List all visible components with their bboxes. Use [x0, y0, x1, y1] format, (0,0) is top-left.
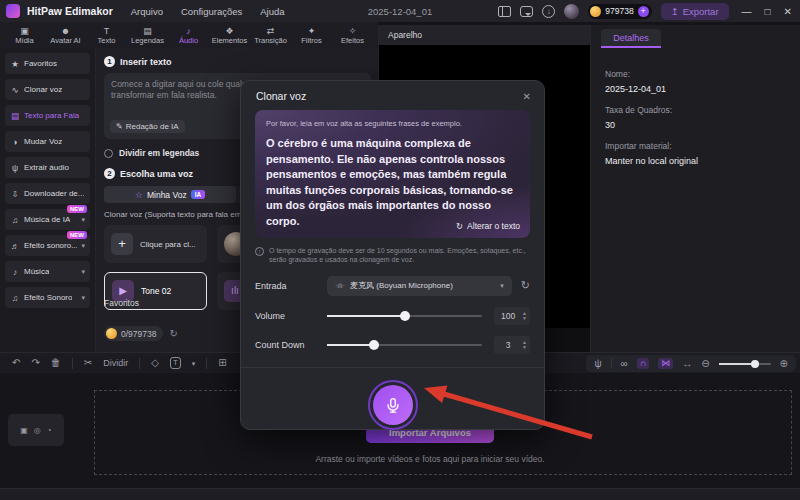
sidebar-item-efeito-sonoro-ia[interactable]: ♬Efeito sonoro...▾NEW [5, 235, 90, 256]
crop-tool-icon[interactable]: ⊞ [218, 358, 226, 368]
main-track-icon[interactable]: ▣ [20, 426, 28, 435]
countdown-stepper[interactable]: 3 ▲▼ [494, 336, 530, 354]
new-badge: NEW [67, 205, 87, 213]
chevron-down-icon: ▾ [81, 216, 85, 224]
zoom-in-icon[interactable]: ⊕ [780, 359, 788, 369]
chevron-down-icon: ▾ [81, 268, 85, 276]
sidebar-item-favoritos[interactable]: ★Favoritos [5, 53, 90, 74]
new-badge: NEW [67, 231, 87, 239]
timeline-zoom-slider[interactable] [719, 363, 771, 365]
zoom-slider-thumb[interactable] [751, 360, 759, 368]
tab-efeitos[interactable]: ✧Efeitos [332, 22, 373, 48]
hide-track-icon[interactable]: ◎ [34, 426, 41, 435]
coin-balance-pill[interactable]: 979738 + [588, 4, 651, 19]
volume-stepper[interactable]: 100 ▲▼ [494, 307, 530, 325]
tab-midia[interactable]: ▣Mídia [4, 22, 45, 48]
countdown-slider-thumb[interactable] [369, 340, 379, 350]
voice-changer-icon: ◑ [10, 137, 20, 147]
input-device-select[interactable]: ·ılı· 麦克风 (Boyuan Microphone) ▾ [327, 276, 512, 296]
tab-legendas[interactable]: ▤Legendas [127, 22, 168, 48]
modal-close-icon[interactable]: ✕ [523, 91, 531, 102]
sidebar-item-musica[interactable]: ♪Música▾ [5, 261, 90, 282]
redo-icon[interactable]: ↷ [31, 358, 39, 368]
fit-timeline-icon[interactable]: ↔ [682, 359, 692, 369]
stepper-arrows-icon[interactable]: ▲▼ [522, 340, 530, 350]
maximize-button[interactable]: □ [765, 6, 771, 17]
drop-hint-text: Arraste ou importe vídeos e fotos aqui p… [180, 454, 680, 464]
countdown-slider[interactable] [327, 344, 482, 346]
download-box-icon: ⇩ [10, 189, 20, 199]
volume-slider[interactable] [327, 315, 482, 317]
sidebar-item-downloader[interactable]: ⇩Downloader de... [5, 183, 90, 204]
sidebar-item-texto-para-fala[interactable]: ▤Texto para Fala [5, 105, 90, 126]
plus-icon: + [111, 233, 133, 255]
undo-icon[interactable]: ↶ [12, 358, 20, 368]
add-coins-button[interactable]: + [638, 6, 649, 17]
media-icon: ▣ [20, 26, 29, 36]
menu-ajuda[interactable]: Ajuda [260, 6, 284, 17]
titlebar: 2025-12-04_01 HitPaw Edimakor Arquivo Co… [0, 0, 800, 22]
volume-slider-thumb[interactable] [400, 311, 410, 321]
divider [206, 358, 207, 369]
microphone-icon [384, 396, 402, 414]
auto-split-icon[interactable]: ⋈ [658, 358, 673, 369]
change-text-button[interactable]: ↻ Alterar o texto [456, 221, 520, 231]
close-button[interactable]: ✕ [784, 6, 792, 17]
ai-writing-button[interactable]: ✎ Redação de IA [110, 120, 185, 133]
text-tool-button[interactable]: T [170, 357, 181, 369]
stepper-arrows-icon[interactable]: ▲▼ [522, 311, 530, 321]
download-icon[interactable]: ↓ [542, 5, 555, 18]
split-icon[interactable]: ✂ [84, 358, 92, 368]
sidebar-item-efeito-sonoro[interactable]: ♫Efeito Sonoro▾ [5, 287, 90, 308]
user-avatar[interactable] [564, 4, 579, 19]
app-name: HitPaw Edimakor [27, 5, 113, 17]
framerate-value: 30 [605, 120, 786, 130]
timeline-toolbar-right: ψ ∞ ∩ ⋈ ↔ ⊖ ⊕ [586, 355, 796, 372]
layout-panel-icon[interactable] [498, 6, 511, 17]
feedback-icon[interactable] [520, 6, 533, 17]
import-material-label: Importar material: [605, 141, 786, 151]
magnet-snap-icon[interactable]: ∩ [637, 358, 649, 369]
clone-voice-card[interactable]: + Clique para cl... [104, 225, 207, 263]
text-icon: T [104, 26, 110, 36]
modal-title: Clonar voz [256, 90, 306, 102]
tab-filtros[interactable]: ✦Filtros [291, 22, 332, 48]
sample-text: O cérebro é uma máquina complexa de pens… [266, 136, 519, 230]
link-tracks-icon[interactable]: ∞ [621, 359, 628, 369]
text-tool-chevron-icon[interactable]: ▾ [192, 360, 196, 367]
tab-elementos[interactable]: ❖Elementos [209, 22, 250, 48]
split-label[interactable]: Dividir [103, 358, 128, 368]
tab-avatar-ai[interactable]: ☻Avatar AI [45, 22, 86, 48]
tab-detalhes[interactable]: Detalhes [601, 29, 661, 48]
delete-icon[interactable]: 🗑 [51, 358, 61, 368]
elements-icon: ❖ [225, 26, 233, 36]
record-mic-icon[interactable]: ψ [594, 359, 601, 369]
record-voice-button[interactable] [373, 385, 413, 425]
sample-text-card: Por favor, leia em voz alta as seguintes… [255, 110, 530, 238]
split-subtitles-label: Dividir em legendas [119, 148, 199, 158]
music-icon: ♪ [10, 267, 20, 277]
export-button[interactable]: ↥ Exportar [661, 3, 729, 20]
menu-arquivo[interactable]: Arquivo [131, 6, 163, 17]
minimize-button[interactable]: — [742, 6, 752, 17]
sidebar-item-extrair-audio[interactable]: ψExtrair áudio [5, 157, 90, 178]
badge-tool-icon[interactable]: ◇ [151, 358, 159, 368]
tab-audio[interactable]: ♪Áudio [168, 22, 209, 48]
tab-transicao[interactable]: ⇄Transição [250, 22, 291, 48]
sidebar-item-clonar-voz[interactable]: ∿Clonar voz [5, 79, 90, 100]
refresh-credits-icon[interactable]: ↻ [169, 328, 177, 339]
input-device-value: 麦克风 (Boyuan Microphone) [350, 280, 495, 291]
sidebar-item-mudar-voz[interactable]: ◑Mudar Voz [5, 131, 90, 152]
zoom-out-icon[interactable]: ⊖ [701, 359, 709, 369]
mute-track-icon[interactable]: ◔ [47, 426, 52, 435]
tab-minha-voz[interactable]: ☆ Minha Voz IA [104, 186, 236, 203]
sidebar-item-musica-ia[interactable]: ♫Música de IA▾NEW [5, 209, 90, 230]
menu-configuracoes[interactable]: Configurações [181, 6, 242, 17]
credits-count: 0/979738 [121, 329, 156, 339]
split-subtitles-checkbox[interactable] [104, 149, 113, 158]
app-window: 2025-12-04_01 HitPaw Edimakor Arquivo Co… [0, 0, 800, 500]
tab-texto[interactable]: TTexto [86, 22, 127, 48]
app-logo-icon [6, 4, 20, 18]
step2-title: Escolha uma voz [120, 169, 193, 179]
refresh-devices-icon[interactable]: ↻ [521, 279, 530, 292]
